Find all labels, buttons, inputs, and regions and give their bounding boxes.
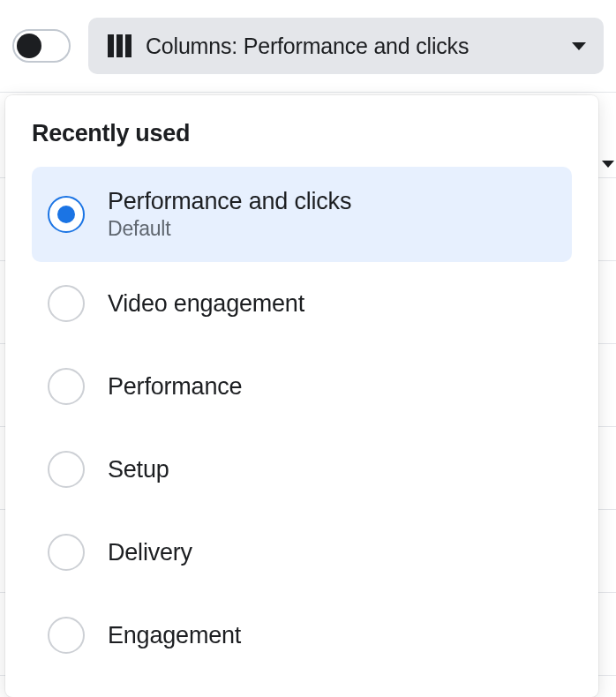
option-performance-and-clicks[interactable]: Performance and clicks Default [32,167,572,262]
columns-dropdown-button[interactable]: Columns: Performance and clicks [88,18,604,74]
option-engagement[interactable]: Engagement [32,594,572,677]
option-sublabel: Default [108,217,351,241]
option-text: Setup [108,456,169,483]
radio-icon [48,534,85,571]
option-video-engagement[interactable]: Video engagement [32,262,572,345]
toolbar: Columns: Performance and clicks [0,0,616,93]
radio-icon [48,285,85,322]
columns-icon [108,34,131,57]
option-text: Performance and clicks Default [108,188,351,241]
columns-dropdown-label: Columns: Performance and clicks [146,34,558,59]
option-text: Video engagement [108,290,304,318]
option-text: Engagement [108,622,241,649]
option-delivery[interactable]: Delivery [32,511,572,594]
toggle-switch[interactable] [12,29,71,63]
option-label: Performance and clicks [108,188,351,215]
option-label: Setup [108,456,169,483]
option-label: Delivery [108,539,192,566]
option-label: Engagement [108,622,241,649]
radio-icon [48,617,85,654]
chevron-down-icon [602,161,614,168]
option-text: Delivery [108,539,192,566]
option-label: Video engagement [108,290,304,318]
section-title: Recently used [32,120,572,147]
option-list: Performance and clicks Default Video eng… [32,167,572,677]
toggle-knob [17,34,41,58]
option-setup[interactable]: Setup [32,428,572,511]
radio-icon [48,368,85,405]
radio-icon [48,196,85,233]
columns-dropdown-panel: Recently used Performance and clicks Def… [5,95,598,697]
chevron-down-icon [572,42,586,50]
radio-icon [48,451,85,488]
option-text: Performance [108,373,242,401]
option-label: Performance [108,373,242,401]
option-performance[interactable]: Performance [32,345,572,428]
